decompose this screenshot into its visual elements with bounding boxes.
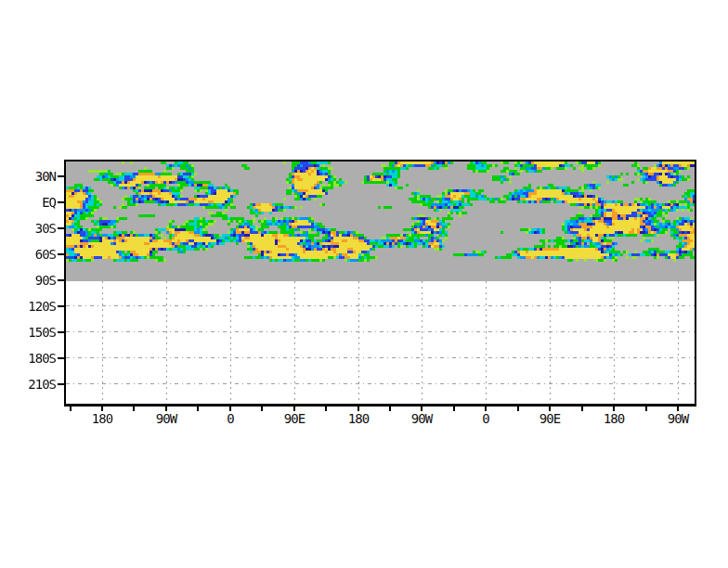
y-tick-label: 30N [0,168,56,185]
x-tick-label: 180 [584,410,644,427]
no-data-band [66,161,695,281]
x-tick-label: 180 [329,410,388,427]
x-tick-label: 90W [136,410,196,427]
x-tick-label: 0 [456,410,515,427]
y-axis-tick [58,357,64,359]
vertical-gridline [358,281,359,404]
vertical-gridline [614,281,615,404]
x-axis-tick [645,407,647,411]
x-axis-tick [261,407,263,411]
x-tick-label: 180 [72,410,132,427]
x-axis-tick [325,407,327,411]
anomaly-field-heatmap [66,161,695,281]
x-axis-tick [517,407,519,411]
x-tick-label: 90W [392,410,451,427]
x-axis-tick [197,407,199,411]
vertical-gridline [550,281,551,404]
x-axis-tick [133,407,135,411]
vertical-gridline [294,281,295,404]
y-tick-label: 90S [0,272,56,289]
vertical-gridline [102,281,103,404]
x-tick-label: 0 [201,410,260,427]
y-axis-tick [58,253,64,255]
horizontal-gridline [66,331,695,332]
y-tick-label: 120S [0,298,56,315]
y-axis-tick [58,227,64,229]
x-tick-label: 90E [265,410,324,427]
figure-canvas: 30NEQ30S60S90S120S150S180S210S 18090W090… [0,0,728,568]
x-axis-tick [389,407,391,411]
horizontal-gridline [66,305,695,306]
vertical-gridline [166,281,167,404]
y-axis-tick [58,201,64,203]
x-axis-tick [581,407,583,411]
x-axis-tick [70,407,72,411]
y-tick-label: 60S [0,246,56,263]
x-axis-tick [453,407,455,411]
y-axis-tick [58,383,64,385]
horizontal-gridline [66,357,695,358]
vertical-gridline [422,281,422,404]
y-axis-tick [58,279,64,281]
y-tick-label: EQ [0,194,56,211]
horizontal-gridline [66,383,695,384]
y-axis-tick [58,175,64,177]
vertical-gridline [230,281,231,404]
y-tick-label: 180S [0,350,56,367]
y-tick-label: 210S [0,376,56,393]
y-tick-label: 30S [0,220,56,237]
y-tick-label: 150S [0,324,56,341]
vertical-gridline [678,281,679,404]
x-tick-label: 90W [648,410,708,427]
y-axis-tick [58,331,64,333]
vertical-gridline [486,281,487,404]
y-axis-tick [58,305,64,307]
x-tick-label: 90E [520,410,579,427]
